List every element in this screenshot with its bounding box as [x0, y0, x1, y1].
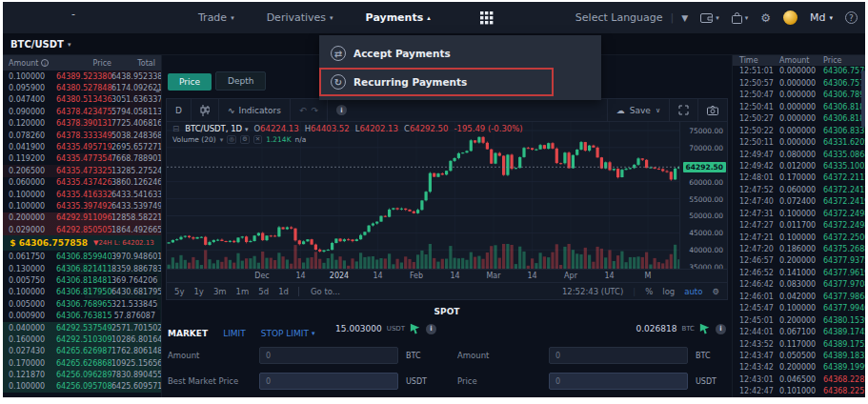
info-button[interactable]: i	[328, 99, 355, 121]
trades-scrollbar[interactable]	[861, 71, 865, 128]
trade-row[interactable]: 12:47:200.18600064375.268870	[733, 243, 865, 254]
price-axis[interactable]: 75000.0070000.0060000.0055000.0050000.00…	[679, 122, 727, 269]
trade-row[interactable]: 12:49:420.01200064335.100218	[733, 160, 865, 172]
tab-market[interactable]: MARKET	[168, 329, 208, 338]
legend-symbol[interactable]: BTC/USDT, 1D ▾	[185, 124, 248, 133]
trade-row[interactable]: 12:50:410.00000064306.818481	[733, 101, 865, 112]
trade-row[interactable]: 12:43:470.05050064389.183330	[733, 350, 865, 361]
settings-icon[interactable]: ⚙	[240, 135, 250, 144]
field-input-best-market-price[interactable]	[259, 373, 398, 390]
tab-depth[interactable]: Depth	[215, 71, 266, 91]
bid-row[interactable]: 0.00575064306.818481369.764206	[3, 274, 161, 286]
menu-item-accept-payments[interactable]: ⇄ Accept Payments	[319, 39, 601, 68]
trade-row[interactable]: 12:43:520.11700064389.175200	[733, 338, 865, 350]
trade-row[interactable]: 12:50:470.00000064306.789952	[733, 90, 865, 101]
ask-row[interactable]: 0.02900064292.8505051864.492665	[3, 224, 161, 235]
save-button[interactable]: ☁ Save ∨	[607, 99, 670, 121]
trade-row[interactable]: 12:47:520.06000064372.241761	[733, 184, 865, 195]
ask-row[interactable]: 0.10000064389.5233806438.952338	[3, 71, 161, 82]
orderbook-scrollbar[interactable]: ▲	[154, 86, 161, 114]
candlestick-chart[interactable]	[167, 122, 679, 269]
time-axis[interactable]: Dec14202414Feb14Mar14Apr14M	[167, 269, 727, 282]
bid-row[interactable]: 0.10000064256.0957086425.609571	[3, 381, 161, 393]
ask-row[interactable]: 0.10000064335.3974926433.539749	[3, 200, 161, 212]
bid-row[interactable]: 0.10000064306.8179506430.681795	[3, 287, 161, 298]
trade-row[interactable]: 12:46:010.04200064377.986400	[733, 291, 865, 302]
trade-row[interactable]: 12:43:420.20000064389.199979	[733, 362, 865, 374]
collapse-icon[interactable]: ⊟	[172, 124, 179, 133]
info-icon[interactable]: i	[716, 324, 726, 334]
ask-row[interactable]: 0.04190064335.4957192695.657271	[3, 141, 161, 152]
bid-row[interactable]: 0.00500064306.768965321.533845	[3, 298, 161, 310]
clock[interactable]: 12:52:43 (UTC)	[562, 287, 623, 296]
ask-row[interactable]: 0.20000064292.91109612858.582219	[3, 212, 161, 224]
language-selector[interactable]: Select Language | ▼	[575, 11, 688, 24]
apps-grid-icon[interactable]	[480, 11, 494, 25]
range-5y[interactable]: 5y	[174, 287, 184, 296]
trade-row[interactable]: 12:46:520.14100064377.961938	[733, 267, 865, 278]
scale-%[interactable]: %	[645, 287, 653, 296]
trade-row[interactable]: 12:50:110.00000064331.620589	[733, 136, 865, 148]
last-price-row[interactable]: $ 64306.757858 ▼24H L: 64202.13	[3, 235, 161, 251]
snapshot-button[interactable]	[698, 99, 727, 121]
site-logo[interactable]: -	[71, 8, 75, 20]
ask-row[interactable]: 0.11920064335.4773547668.788901	[3, 153, 161, 165]
trade-row[interactable]: 12:47:400.07240064372.241917	[733, 196, 865, 208]
field-input-price[interactable]	[549, 373, 688, 390]
ask-row[interactable]: 0.09590064380.5278486174.092621	[3, 82, 161, 93]
ask-row[interactable]: 0.20650064335.47332513285.275242	[3, 165, 161, 176]
bid-row[interactable]: 0.06175064306.8599403970.948601	[3, 251, 161, 262]
tab-price[interactable]: Price	[168, 73, 212, 91]
volume-label[interactable]: Volume (20)	[172, 135, 216, 144]
nav-item-payments[interactable]: Payments▴	[366, 11, 431, 24]
avatar[interactable]	[783, 10, 797, 25]
trade-row[interactable]: 12:48:010.17000064372.211787	[733, 172, 865, 184]
range-3m[interactable]: 3m	[213, 287, 227, 296]
trade-row[interactable]: 12:46:570.20000064377.937500	[733, 255, 865, 267]
info-icon[interactable]: i	[41, 59, 49, 67]
ask-row[interactable]: 0.12000064378.3901317725.406816	[3, 118, 161, 130]
wallet-menu[interactable]: ▾	[700, 12, 719, 23]
interval-button[interactable]: D	[167, 99, 192, 121]
bid-row[interactable]: 0.12187064256.0962897830.890455	[3, 369, 161, 380]
ask-row[interactable]: 0.06000064335.4374263860.126246	[3, 177, 161, 189]
redo-icon[interactable]: ↷	[312, 106, 319, 115]
trade-row[interactable]: 12:45:010.20000064380.153929	[733, 314, 865, 326]
bid-row[interactable]: 0.13000064306.8214118359.886783	[3, 263, 161, 274]
trade-row[interactable]: 12:50:570.00000064306.757858	[733, 77, 865, 89]
user-menu[interactable]: Md ▾	[810, 11, 833, 24]
bid-row[interactable]: 0.04000064292.5375492571.701502	[3, 322, 161, 333]
goto-button[interactable]: Go to...	[298, 287, 340, 296]
chart-settings-button[interactable]: ⚙	[712, 287, 719, 296]
eye-icon[interactable]: ◎	[227, 135, 236, 144]
tab-stop-limit[interactable]: STOP LIMIT▾	[261, 329, 315, 338]
chart-type-button[interactable]	[192, 99, 219, 121]
ask-row[interactable]: 0.09000064378.4234755794.058113	[3, 106, 161, 117]
trade-row[interactable]: 12:44:010.06710064389.174500	[733, 326, 865, 337]
bid-row[interactable]: 0.02743064265.6269871762.806148	[3, 346, 161, 357]
bid-row[interactable]: 0.00090064306.76381557.876087	[3, 310, 161, 321]
menu-item-recurring-payments[interactable]: ↻ Recurring Payments	[319, 68, 554, 96]
settings-button[interactable]: ⚙	[760, 11, 771, 25]
trade-row[interactable]: 12:51:010.00000064306.757858	[733, 66, 865, 77]
bid-row[interactable]: 0.17000064265.62686810925.156568	[3, 357, 161, 369]
trade-row[interactable]: 12:42:470.10100064368.225300	[733, 386, 865, 397]
bid-row[interactable]: 0.16000064292.51030910286.801649	[3, 333, 161, 345]
range-1m[interactable]: 1m	[236, 287, 250, 296]
indicators-button[interactable]: ∿ Indicators	[219, 99, 291, 121]
field-input-amount[interactable]	[549, 347, 688, 364]
nav-item-derivatives[interactable]: Derivatives▾	[267, 11, 333, 24]
trade-row[interactable]: 12:46:420.08300064377.970870	[733, 279, 865, 291]
scale-auto[interactable]: auto	[684, 287, 702, 296]
range-1y[interactable]: 1y	[193, 287, 203, 296]
trade-row[interactable]: 12:49:470.08000064335.086890	[733, 149, 865, 160]
trade-row[interactable]: 12:50:270.00000064306.818481	[733, 113, 865, 125]
close-icon[interactable]: ✕	[253, 135, 262, 144]
ask-row[interactable]: 0.04740064380.5134363051.636337	[3, 94, 161, 106]
ask-row[interactable]: 0.10000064335.4163326433.541633	[3, 189, 161, 200]
trade-row[interactable]: 12:47:270.01170064372.249898	[733, 219, 865, 231]
trade-row[interactable]: 12:45:470.10000064377.994602	[733, 303, 865, 314]
field-input-amount[interactable]	[259, 347, 398, 364]
pair-selector[interactable]: BTC/USDT ▾	[10, 39, 71, 50]
scale-log[interactable]: log	[662, 287, 675, 296]
